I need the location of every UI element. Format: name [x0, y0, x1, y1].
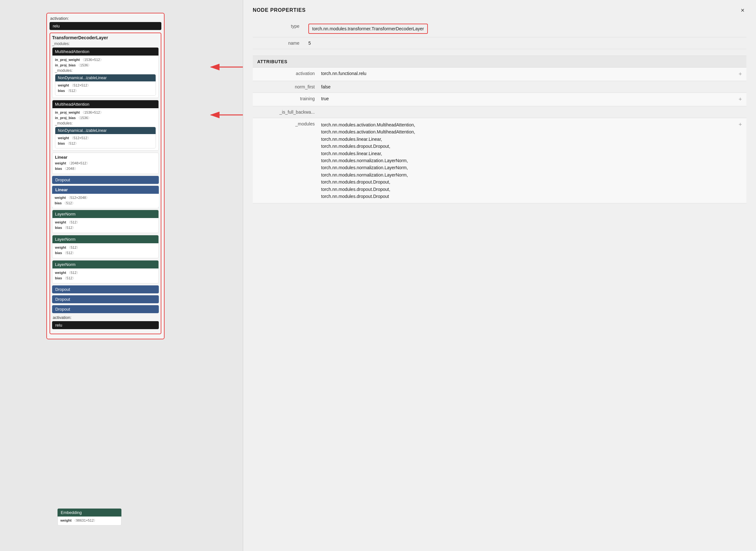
layernorm1-header: LayerNorm — [52, 210, 159, 218]
multihead2-param-1: in_proj_weight 〈1536×512〉 — [55, 110, 156, 115]
panel-header: NODE PROPERTIES × — [253, 6, 746, 14]
name-label: name — [253, 37, 304, 49]
layernorm2-header: LayerNorm — [52, 235, 159, 243]
nondyn1-param-1: weight 〈512×512〉 — [58, 83, 153, 88]
linear2-param-1: weight 〈512×2048〉 — [55, 195, 156, 200]
attr-value-modules: torch.nn.modules.activation.MultiheadAtt… — [321, 121, 735, 200]
attr-value-activation: torch.nn.functional.relu — [321, 71, 735, 76]
type-row: type torch.nn.modules.transformer.Transf… — [253, 20, 746, 37]
multihead1-param-2: in_proj_bias 〈1536〉 — [55, 63, 156, 68]
layernorm-block-3[interactable]: LayerNorm weight 〈512〉 bias 〈512〉 — [52, 260, 159, 284]
linear2-param-2: bias 〈512〉 — [55, 201, 156, 205]
attr-plus-modules[interactable]: + — [738, 121, 742, 128]
attr-label-training: training — [257, 96, 321, 101]
layernorm1-param-2: bias 〈512〉 — [55, 225, 156, 230]
nondyn-block-2[interactable]: NonDynamical...izableLinear weight 〈512×… — [55, 127, 156, 148]
multihead1-modules-label: _modules: — [55, 68, 156, 73]
linear-block-1[interactable]: Linear weight 〈2048×512〉 bias 〈2048〉 — [52, 153, 159, 174]
multihead2-modules-label: _modules: — [55, 121, 156, 125]
layernorm-block-1[interactable]: LayerNorm weight 〈512〉 bias 〈512〉 — [52, 210, 159, 233]
attributes-header: ATTRIBUTES — [253, 56, 746, 68]
properties-table: type torch.nn.modules.transformer.Transf… — [253, 20, 746, 49]
nondyn2-param-1: weight 〈512×512〉 — [58, 136, 153, 140]
attr-label-is_full_backwa: _is_full_backwa... — [257, 109, 321, 115]
attr-row-activation: activation torch.nn.functional.relu + — [253, 68, 746, 81]
layernorm1-param-1: weight 〈512〉 — [55, 220, 156, 225]
attr-plus-activation[interactable]: + — [738, 71, 742, 78]
nondyn1-param-2: bias 〈512〉 — [58, 88, 153, 93]
multihead-attention-2[interactable]: MultiheadAttention in_proj_weight 〈1536×… — [52, 100, 159, 151]
type-value: torch.nn.modules.transformer.Transformer… — [308, 24, 428, 34]
right-panel: NODE PROPERTIES × type torch.nn.modules.… — [243, 0, 756, 551]
relu-top-badge: relu — [49, 22, 161, 30]
nondyn2-param-2: bias 〈512〉 — [58, 141, 153, 146]
linear2-header: Linear — [52, 186, 159, 194]
linear1-param-1: weight 〈2048×512〉 — [55, 161, 156, 166]
attr-plus-training[interactable]: + — [738, 96, 742, 103]
dropout-badge-3[interactable]: Dropout — [52, 295, 159, 303]
multihead2-param-2: in_proj_bias 〈1536〉 — [55, 115, 156, 120]
attr-label-norm_first: norm_first — [257, 84, 321, 89]
name-row: name 5 — [253, 37, 746, 49]
attr-label-activation: activation — [257, 71, 321, 76]
multihead1-param-1: in_proj_weight 〈1536×512〉 — [55, 57, 156, 62]
attr-row-training: training true + — [253, 93, 746, 106]
layernorm2-param-1: weight 〈512〉 — [55, 245, 156, 250]
linear1-param-2: bias 〈2048〉 — [55, 166, 156, 171]
inner-transformer-wrapper: TransformerDecoderLayer _modules: Multih… — [49, 33, 161, 334]
nondyn1-header: NonDynamical...izableLinear — [55, 74, 156, 81]
type-label: type — [253, 20, 304, 37]
type-value-cell: torch.nn.modules.transformer.Transformer… — [304, 20, 746, 37]
transformer-decoder-node[interactable]: activation: relu TransformerDecoderLayer… — [46, 13, 165, 339]
attr-row-is_full_backwa: _is_full_backwa... — [253, 106, 746, 118]
modules-label-top: _modules: — [52, 41, 159, 46]
embedding-param-1: weight 〈98631×512〉 — [60, 518, 118, 523]
multihead1-header: MultiheadAttention — [52, 48, 159, 56]
multihead-attention-1[interactable]: MultiheadAttention in_proj_weight 〈1536×… — [52, 47, 159, 98]
attr-value-training: true — [321, 96, 735, 101]
attr-label-modules: _modules — [257, 121, 321, 126]
left-panel: activation: relu TransformerDecoderLayer… — [0, 0, 243, 551]
close-button[interactable]: × — [739, 6, 746, 14]
attr-row-norm_first: norm_first false — [253, 81, 746, 93]
activation-bottom-label: activation: — [52, 315, 159, 320]
relu-bottom-badge: relu — [52, 321, 159, 329]
attributes-list: activation torch.nn.functional.relu + no… — [253, 68, 746, 203]
transformer-title: TransformerDecoderLayer — [52, 35, 159, 40]
nondyn2-header: NonDynamical...izableLinear — [55, 127, 156, 134]
layernorm2-param-2: bias 〈512〉 — [55, 250, 156, 255]
embedding-node[interactable]: Embedding weight 〈98631×512〉 — [57, 509, 121, 525]
embedding-header: Embedding — [57, 509, 121, 517]
attr-value-norm_first: false — [321, 84, 742, 89]
attr-row-modules: _modules torch.nn.modules.activation.Mul… — [253, 118, 746, 203]
panel-title: NODE PROPERTIES — [253, 7, 306, 13]
dropout-badge-1[interactable]: Dropout — [52, 176, 159, 184]
dropout-badge-4[interactable]: Dropout — [52, 305, 159, 313]
linear1-header: Linear — [55, 155, 156, 160]
layernorm3-header: LayerNorm — [52, 260, 159, 268]
layernorm3-param-1: weight 〈512〉 — [55, 270, 156, 275]
multihead2-header: MultiheadAttention — [52, 100, 159, 108]
dropout-badge-2[interactable]: Dropout — [52, 286, 159, 294]
linear-blue-block-2[interactable]: Linear weight 〈512×2048〉 bias 〈512〉 — [52, 186, 159, 208]
activation-top-label: activation: — [49, 16, 161, 21]
layernorm-block-2[interactable]: LayerNorm weight 〈512〉 bias 〈512〉 — [52, 235, 159, 258]
nondyn-block-1[interactable]: NonDynamical...izableLinear weight 〈512×… — [55, 74, 156, 96]
layernorm3-param-2: bias 〈512〉 — [55, 276, 156, 281]
name-value: 5 — [304, 37, 746, 49]
